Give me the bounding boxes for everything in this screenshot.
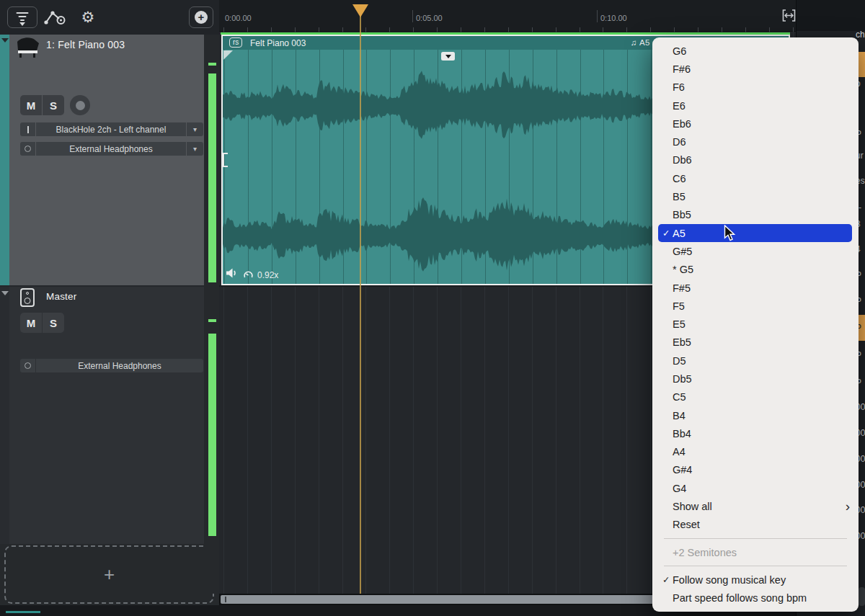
menu-item--g5[interactable]: * G5 (652, 261, 859, 279)
submenu-chevron-icon: › (846, 501, 850, 512)
checkmark-icon: ✓ (662, 228, 673, 238)
menu-item-f-6[interactable]: F#6 (652, 60, 859, 78)
dropdown-arrow-icon[interactable]: ▾ (186, 122, 203, 136)
menu-item-g6[interactable]: G6 (652, 42, 859, 60)
chevron-down-icon (445, 55, 451, 58)
menu-item-label: Db6 (673, 154, 850, 166)
track-title[interactable]: 1: Felt Piano 003 (46, 39, 125, 50)
clip-speaker-icon[interactable] (226, 267, 238, 279)
menu-item-part-speed-follows-song-bpm[interactable]: Part speed follows song bpm (652, 589, 859, 607)
menu-item-f-5[interactable]: F#5 (652, 279, 859, 297)
menu-item-label: D5 (673, 355, 850, 367)
menu-item-c5[interactable]: C5 (652, 388, 859, 406)
menu-item-db5[interactable]: Db5 (652, 370, 859, 388)
menu-item-g4[interactable]: G4 (652, 479, 859, 497)
menu-item-d5[interactable]: D5 (652, 352, 859, 370)
menu-item-e5[interactable]: E5 (652, 315, 859, 333)
ruler-major-tick (412, 10, 413, 22)
browser-scrollbar[interactable] (859, 587, 865, 606)
menu-item-eb6[interactable]: Eb6 (652, 115, 859, 133)
menu-item-follow-song-musical-key[interactable]: ✓Follow song musical key (652, 571, 859, 589)
solo-button[interactable]: S (43, 95, 64, 115)
menu-item-f6[interactable]: F6 (652, 79, 859, 97)
menu-separator (664, 538, 847, 539)
menu-item-show-all[interactable]: Show all› (652, 497, 859, 515)
ruler-major-tick (597, 10, 598, 22)
track-color-strip[interactable] (0, 35, 9, 285)
record-dot-icon (76, 101, 85, 110)
menu-item-label: F6 (673, 81, 850, 93)
pitch-context-menu: G6F#6F6E6Eb6D6Db6C6B5Bb5✓A5G#5* G5F#5F5E… (652, 37, 859, 612)
menu-item-label: F#6 (673, 63, 850, 75)
menu-item-bb5[interactable]: Bb5 (652, 206, 859, 224)
menu-item-db6[interactable]: Db6 (652, 151, 859, 169)
track-filter-button[interactable] (7, 6, 37, 28)
menu-item-g-5[interactable]: G#5 (652, 242, 859, 260)
menu-item-label: C5 (673, 391, 850, 403)
dropdown-arrow-icon[interactable]: ▾ (186, 142, 203, 156)
output-device-selector[interactable]: External Headphones ▾ (20, 142, 203, 156)
settings-gear-icon[interactable]: ⚙ (79, 7, 97, 27)
mute-button[interactable]: M (20, 95, 42, 115)
menu-item-label: B4 (673, 410, 850, 421)
menu-item-label: G4 (673, 483, 850, 494)
menu-item-eb5[interactable]: Eb5 (652, 334, 859, 352)
menu-item-a5[interactable]: ✓A5 (658, 224, 852, 242)
add-track-button[interactable]: + (189, 6, 213, 28)
master-output-selector[interactable]: External Headphones (20, 359, 203, 372)
menu-item-label: * G5 (673, 264, 850, 275)
menu-item--2-semitones[interactable]: +2 Semitones (652, 543, 859, 561)
clip-fade-handle[interactable] (223, 50, 233, 60)
master-solo-button[interactable]: S (43, 313, 64, 333)
menu-item-b5[interactable]: B5 (652, 187, 859, 205)
clip-loop-badge[interactable]: rs (229, 37, 242, 48)
zoom-to-fit-icon[interactable] (782, 9, 796, 22)
menu-item-d6[interactable]: D6 (652, 133, 859, 151)
menu-item-label: Db5 (673, 373, 850, 385)
master-collapse-triangle[interactable] (1, 291, 9, 295)
add-track-drop-zone[interactable]: + (4, 545, 214, 604)
menu-item-label: Eb5 (673, 336, 850, 348)
input-icon (20, 122, 36, 136)
plus-icon: + (104, 563, 115, 586)
clip-speed-control[interactable]: 0.92x (243, 269, 278, 280)
menu-item-label: +2 Semitones (673, 547, 850, 558)
menu-item-reset[interactable]: Reset (652, 516, 859, 534)
clip-loop-start-bracket[interactable] (223, 153, 228, 167)
piano-track-icon (12, 37, 41, 58)
bottom-accent-line (6, 611, 40, 613)
menu-item-label: Bb4 (673, 428, 850, 439)
clip-dropdown-button[interactable] (441, 52, 455, 61)
menu-item-g-4[interactable]: G#4 (652, 461, 859, 479)
ruler-minor-ticks (219, 27, 796, 32)
menu-item-c6[interactable]: C6 (652, 169, 859, 187)
master-mute-button[interactable]: M (20, 313, 42, 333)
menu-item-bb4[interactable]: Bb4 (652, 424, 859, 442)
track-collapse-triangle[interactable] (1, 38, 9, 43)
menu-item-label: A4 (673, 446, 850, 457)
input-device-selector[interactable]: BlackHole 2ch - Left channel ▾ (20, 122, 203, 136)
record-arm-button[interactable] (70, 95, 90, 115)
menu-item-a4[interactable]: A4 (652, 443, 859, 461)
menu-item-label: Eb6 (673, 118, 850, 130)
menu-item-b4[interactable]: B4 (652, 406, 859, 424)
scrollbar-grip (225, 597, 226, 602)
menu-item-label: G#5 (673, 246, 850, 257)
menu-item-label: Follow song musical key (673, 574, 850, 586)
menu-item-label: Show all (673, 501, 846, 512)
output-icon (20, 359, 36, 372)
master-title[interactable]: Master (46, 291, 76, 302)
meter-strip (204, 35, 219, 594)
speed-gauge-icon (243, 269, 254, 280)
input-device-label: BlackHole 2ch - Left channel (36, 125, 186, 135)
playhead-marker[interactable] (352, 4, 368, 17)
menu-item-label: G6 (673, 45, 850, 57)
menu-item-f5[interactable]: F5 (652, 297, 859, 315)
clip-pitch-label[interactable]: ♫ A5 (631, 38, 650, 47)
master-color-strip (0, 287, 9, 544)
menu-item-label: E6 (673, 100, 850, 112)
playhead-line (360, 6, 361, 594)
automation-button[interactable] (43, 8, 69, 27)
menu-item-e6[interactable]: E6 (652, 97, 859, 115)
track-panel-felt-piano[interactable] (0, 35, 219, 285)
